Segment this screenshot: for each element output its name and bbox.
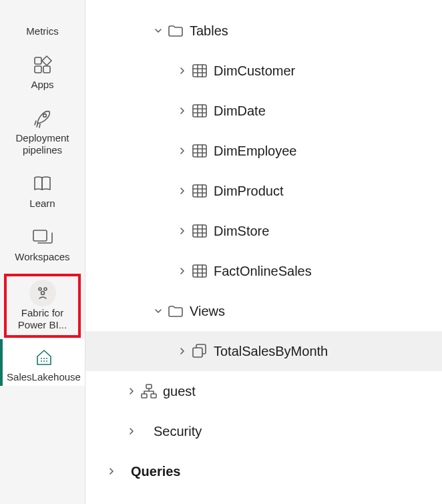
tree-label: Views bbox=[190, 304, 225, 319]
chevron-right-icon bbox=[176, 346, 188, 356]
sidebar-item-workspaces[interactable]: Workspaces bbox=[0, 219, 85, 266]
tree-node-schema-guest[interactable]: guest bbox=[85, 371, 442, 411]
sidebar-item-label: Metrics bbox=[26, 25, 58, 37]
svg-rect-2 bbox=[43, 66, 50, 73]
sidebar-item-apps[interactable]: Apps bbox=[0, 47, 85, 93]
tree-node-table[interactable]: DimProduct bbox=[85, 171, 442, 211]
sidebar: Metrics Apps Deployment pipelines bbox=[0, 0, 85, 504]
chevron-down-icon bbox=[152, 26, 164, 35]
tree-label: TotalSalesByMonth bbox=[214, 344, 328, 359]
table-icon bbox=[188, 182, 211, 200]
tree-label: DimDate bbox=[214, 103, 266, 119]
folder-icon bbox=[164, 302, 187, 320]
tree-label: guest bbox=[163, 384, 196, 399]
tree-node-table[interactable]: DimCustomer bbox=[85, 51, 442, 91]
tree-label: FactOnlineSales bbox=[214, 264, 312, 279]
chevron-right-icon bbox=[176, 186, 188, 196]
tree-node-tables[interactable]: Tables bbox=[85, 11, 442, 51]
svg-point-7 bbox=[44, 288, 47, 290]
svg-rect-48 bbox=[151, 394, 156, 398]
chevron-right-icon bbox=[126, 387, 138, 396]
sidebar-item-label: Learn bbox=[29, 198, 55, 210]
sidebar-item-label: Deployment pipelines bbox=[3, 132, 82, 156]
book-icon bbox=[32, 172, 53, 195]
chevron-right-icon bbox=[126, 427, 138, 436]
svg-rect-0 bbox=[35, 57, 41, 64]
svg-point-13 bbox=[43, 360, 45, 362]
chevron-right-icon bbox=[105, 467, 118, 476]
svg-rect-45 bbox=[193, 348, 202, 357]
svg-rect-35 bbox=[193, 225, 206, 237]
rocket-icon bbox=[32, 107, 53, 130]
folder-icon bbox=[164, 22, 187, 39]
table-icon bbox=[188, 142, 211, 160]
schema-icon bbox=[138, 383, 160, 400]
svg-marker-3 bbox=[42, 56, 51, 65]
chevron-right-icon bbox=[176, 146, 188, 156]
table-icon bbox=[188, 62, 211, 79]
tree-label: Security bbox=[154, 424, 202, 439]
tree-node-queries[interactable]: Queries bbox=[85, 451, 442, 491]
tree-label: Tables bbox=[190, 23, 228, 39]
tree-node-table[interactable]: DimEmployee bbox=[85, 131, 442, 171]
svg-rect-15 bbox=[193, 65, 206, 77]
tree-label: Queries bbox=[131, 464, 180, 479]
view-icon bbox=[188, 342, 211, 360]
svg-rect-25 bbox=[193, 145, 206, 157]
sidebar-item-deployment-pipelines[interactable]: Deployment pipelines bbox=[0, 100, 85, 159]
svg-rect-30 bbox=[193, 185, 206, 197]
table-icon bbox=[188, 262, 211, 280]
sidebar-item-metrics[interactable]: Metrics bbox=[0, 0, 85, 40]
svg-rect-47 bbox=[142, 394, 147, 398]
sidebar-item-learn[interactable]: Learn bbox=[0, 166, 85, 212]
svg-point-4 bbox=[43, 114, 46, 117]
sidebar-item-label: Workspaces bbox=[15, 251, 69, 263]
tree-node-view[interactable]: TotalSalesByMonth bbox=[85, 331, 442, 371]
sidebar-item-label: Fabric for Power BI... bbox=[8, 307, 77, 331]
tree-node-table[interactable]: FactOnlineSales bbox=[85, 251, 442, 291]
svg-rect-5 bbox=[33, 230, 47, 241]
chevron-right-icon bbox=[176, 226, 188, 236]
svg-point-12 bbox=[41, 360, 42, 362]
svg-rect-20 bbox=[193, 105, 206, 117]
table-icon bbox=[188, 222, 211, 240]
explorer-tree: Tables DimCustomer DimDate DimEmployee bbox=[85, 0, 442, 504]
svg-point-10 bbox=[43, 358, 45, 359]
tree-node-table[interactable]: DimStore bbox=[85, 211, 442, 251]
svg-point-6 bbox=[39, 288, 41, 290]
tree-label: DimEmployee bbox=[214, 144, 296, 159]
svg-point-11 bbox=[46, 358, 47, 359]
chevron-right-icon bbox=[176, 266, 188, 276]
sidebar-item-label: Apps bbox=[31, 79, 53, 91]
workspaces-icon bbox=[31, 226, 54, 248]
table-icon bbox=[188, 102, 211, 119]
chevron-right-icon bbox=[176, 66, 188, 75]
tree-label: DimCustomer bbox=[214, 63, 295, 79]
people-icon bbox=[29, 282, 56, 304]
tree-node-views[interactable]: Views bbox=[85, 291, 442, 331]
svg-point-14 bbox=[46, 360, 47, 362]
lakehouse-icon bbox=[34, 346, 54, 368]
tree-node-table[interactable]: DimDate bbox=[85, 91, 442, 131]
chevron-right-icon bbox=[176, 106, 188, 115]
tree-node-security[interactable]: Security bbox=[85, 411, 442, 451]
sidebar-item-label: SalesLakehouse bbox=[7, 371, 81, 383]
svg-rect-46 bbox=[146, 385, 152, 389]
chevron-down-icon bbox=[152, 306, 164, 316]
tree-label: DimStore bbox=[214, 224, 269, 239]
tree-label: DimProduct bbox=[214, 184, 283, 199]
svg-point-8 bbox=[41, 292, 44, 295]
svg-rect-40 bbox=[193, 265, 206, 277]
svg-rect-1 bbox=[35, 66, 41, 73]
apps-icon bbox=[32, 53, 53, 76]
sidebar-item-saleslakehouse[interactable]: SalesLakehouse bbox=[0, 339, 85, 386]
sidebar-item-fabric-for-powerbi[interactable]: Fabric for Power BI... bbox=[4, 274, 81, 338]
svg-point-9 bbox=[41, 358, 42, 359]
